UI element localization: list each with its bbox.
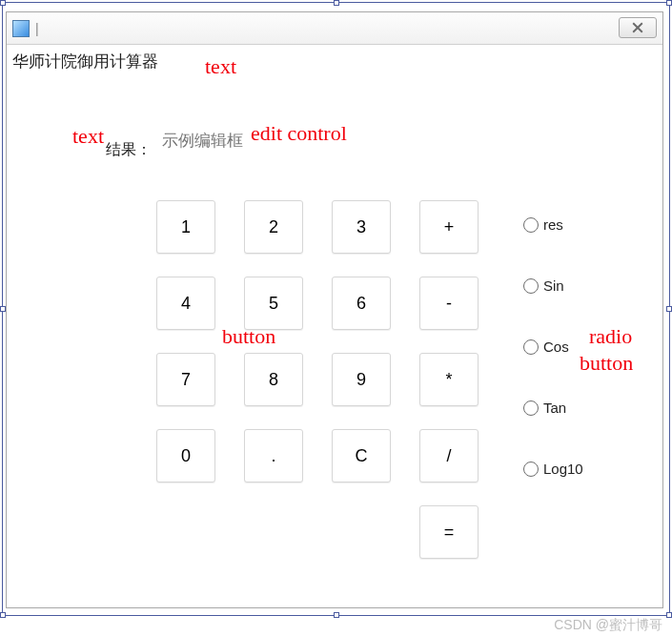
radio-label: Log10 [543, 461, 583, 477]
radio-label: Sin [543, 277, 564, 294]
close-icon [632, 22, 643, 33]
titlebar: | [7, 12, 662, 45]
button-equals[interactable]: = [419, 505, 479, 559]
button-clear[interactable]: C [332, 429, 391, 482]
button-multiply[interactable]: * [419, 353, 479, 406]
radio-label: Cos [543, 339, 569, 355]
radio-sin[interactable]: Sin [521, 277, 566, 294]
button-1[interactable]: 1 [156, 200, 215, 254]
radio-icon [523, 217, 539, 233]
radio-res[interactable]: res [521, 216, 565, 233]
titlebar-caret: | [35, 21, 39, 36]
radio-log10[interactable]: Log10 [521, 461, 585, 477]
button-4[interactable]: 4 [156, 277, 215, 330]
radio-cos[interactable]: Cos [521, 339, 571, 355]
button-2[interactable]: 2 [244, 200, 303, 254]
app-title-label: 华师计院御用计算器 [10, 51, 160, 72]
button-plus[interactable]: + [419, 200, 479, 254]
button-6[interactable]: 6 [332, 277, 391, 330]
radio-icon [523, 339, 539, 355]
radio-label: res [543, 216, 563, 233]
button-8[interactable]: 8 [244, 353, 303, 406]
radio-icon [523, 462, 539, 477]
result-label: 结果： [104, 140, 153, 160]
button-3[interactable]: 3 [332, 200, 391, 254]
radio-icon [523, 400, 539, 416]
result-edit[interactable] [157, 127, 479, 155]
button-7[interactable]: 7 [156, 353, 215, 406]
app-icon [12, 20, 30, 37]
button-0[interactable]: 0 [156, 429, 215, 482]
watermark: CSDN @蜜汁博哥 [554, 617, 662, 634]
client-area: 华师计院御用计算器 结果： 1 2 3 + 4 5 6 - 7 8 9 * 0 … [7, 45, 662, 607]
radio-icon [523, 278, 539, 294]
button-5[interactable]: 5 [244, 277, 303, 330]
button-divide[interactable]: / [419, 429, 479, 482]
button-minus[interactable]: - [419, 277, 479, 330]
button-9[interactable]: 9 [332, 353, 391, 406]
dialog-window: | 华师计院御用计算器 结果： 1 2 3 + 4 5 6 - 7 8 9 * … [6, 11, 663, 608]
close-button[interactable] [619, 17, 657, 38]
button-dot[interactable]: . [244, 429, 303, 482]
radio-tan[interactable]: Tan [521, 400, 568, 416]
radio-label: Tan [543, 400, 566, 416]
